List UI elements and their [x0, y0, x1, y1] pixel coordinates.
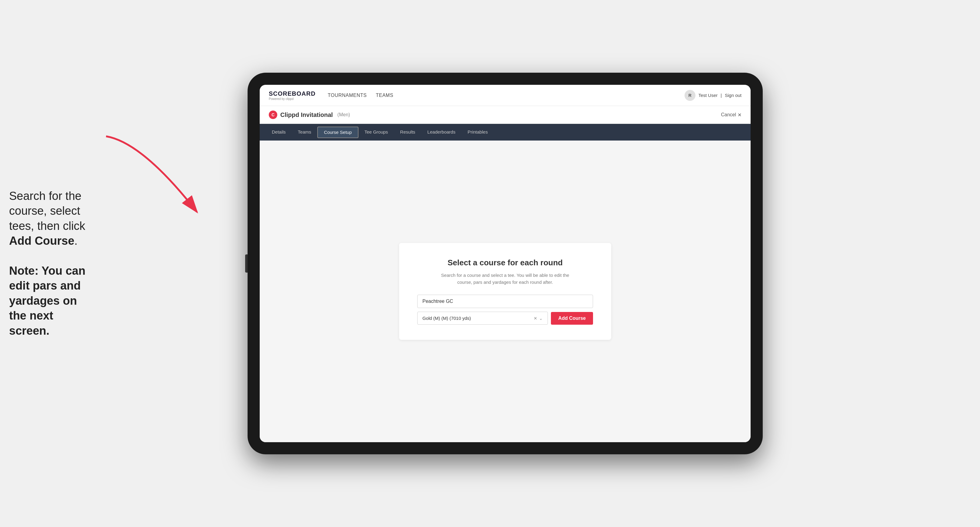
- instruction-text-2: Note: You can edit pars and yardages on …: [9, 264, 94, 338]
- logo-title: SCOREBOARD: [269, 90, 315, 97]
- nav-teams[interactable]: TEAMS: [376, 93, 393, 98]
- tab-nav: Details Teams Course Setup Tee Groups Re…: [260, 124, 751, 141]
- tablet-screen: SCOREBOARD Powered by clippd TOURNAMENTS…: [260, 85, 751, 442]
- tournament-title: C Clippd Invitational (Men): [269, 111, 350, 119]
- tournament-header: C Clippd Invitational (Men) Cancel ✕: [260, 106, 751, 124]
- tee-select[interactable]: Gold (M) (M) (7010 yds) ✕ ⌄: [417, 312, 548, 325]
- clear-icon[interactable]: ✕: [534, 316, 537, 321]
- card-title: Select a course for each round: [417, 258, 593, 267]
- tab-details[interactable]: Details: [266, 124, 292, 141]
- tee-select-value: Gold (M) (M) (7010 yds): [422, 316, 471, 321]
- tab-course-setup[interactable]: Course Setup: [317, 127, 358, 138]
- nav-links: TOURNAMENTS TEAMS: [328, 93, 393, 98]
- cancel-button[interactable]: Cancel ✕: [721, 112, 741, 118]
- tab-teams[interactable]: Teams: [292, 124, 317, 141]
- tab-tee-groups[interactable]: Tee Groups: [358, 124, 394, 141]
- arrow-annotation: [82, 127, 264, 233]
- cancel-label: Cancel: [721, 112, 736, 117]
- instruction-bold: Add Course: [9, 235, 74, 247]
- nav-tournaments[interactable]: TOURNAMENTS: [328, 93, 367, 98]
- cancel-icon: ✕: [738, 112, 741, 118]
- top-nav: SCOREBOARD Powered by clippd TOURNAMENTS…: [260, 85, 751, 106]
- tablet-frame: SCOREBOARD Powered by clippd TOURNAMENTS…: [248, 73, 763, 454]
- sign-out-link[interactable]: Sign out: [725, 93, 741, 98]
- course-setup-card: Select a course for each round Search fo…: [399, 243, 611, 340]
- dropdown-icon[interactable]: ⌄: [539, 316, 543, 321]
- tee-selector-row: Gold (M) (M) (7010 yds) ✕ ⌄ Add Course: [417, 312, 593, 325]
- add-course-button[interactable]: Add Course: [551, 312, 593, 325]
- user-label: Test User: [698, 93, 718, 98]
- tournament-icon: C: [269, 111, 277, 119]
- avatar: R: [684, 90, 695, 101]
- tab-printables[interactable]: Printables: [461, 124, 494, 141]
- logo: SCOREBOARD Powered by clippd: [269, 90, 315, 100]
- tab-results[interactable]: Results: [394, 124, 421, 141]
- tee-select-controls: ✕ ⌄: [534, 316, 543, 321]
- card-description: Search for a course and select a tee. Yo…: [417, 272, 593, 286]
- logo-area: SCOREBOARD Powered by clippd TOURNAMENTS…: [269, 90, 393, 100]
- separator: |: [721, 93, 722, 98]
- tab-leaderboards[interactable]: Leaderboards: [421, 124, 461, 141]
- tournament-type: (Men): [337, 112, 350, 117]
- main-content: Select a course for each round Search fo…: [260, 141, 751, 442]
- instruction-panel: Search for the course, select tees, then…: [9, 189, 94, 338]
- course-search-input[interactable]: [417, 295, 593, 308]
- instruction-text-1: Search for the course, select tees, then…: [9, 189, 94, 249]
- user-area: R Test User | Sign out: [684, 90, 741, 101]
- tablet-side-button: [245, 254, 248, 273]
- tournament-name: Clippd Invitational: [280, 111, 333, 118]
- logo-subtitle: Powered by clippd: [269, 97, 315, 100]
